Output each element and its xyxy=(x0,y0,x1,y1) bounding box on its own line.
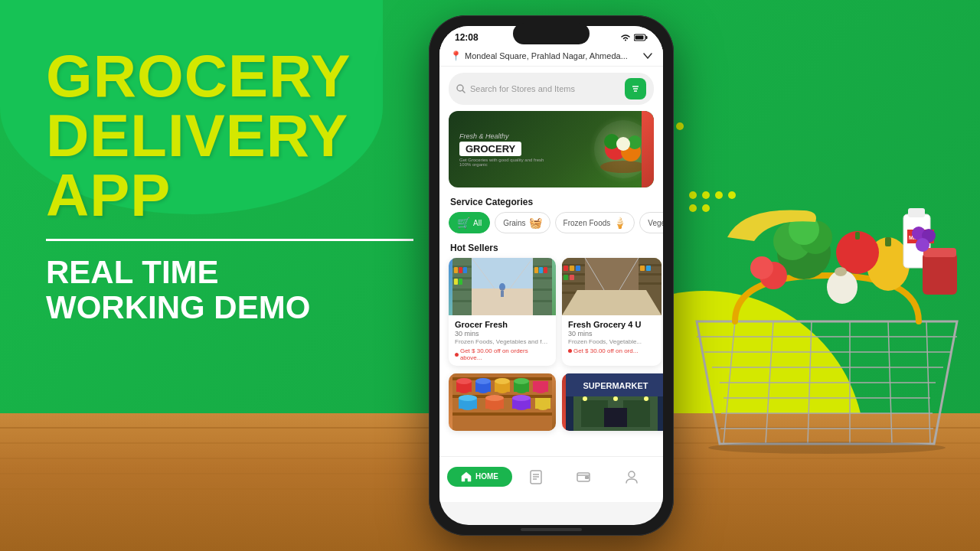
category-frozen-label: Frozen Foods xyxy=(564,219,611,227)
svg-rect-130 xyxy=(604,408,627,427)
svg-rect-88 xyxy=(639,273,662,276)
location-address: Mondeal Square, Prahlad Nagar, Ahmeda... xyxy=(465,51,628,60)
wallet-icon xyxy=(576,469,591,484)
partial-next-banner xyxy=(642,111,654,187)
banner-grocery-label: GROCERY xyxy=(459,142,521,156)
category-veg-label: Vegetab... xyxy=(648,219,663,227)
svg-text:SUPERMARKET: SUPERMARKET xyxy=(583,381,648,390)
home-icon xyxy=(461,471,472,482)
svg-rect-139 xyxy=(585,476,589,479)
category-vegetables[interactable]: Vegetab... xyxy=(639,212,663,233)
frozen-icon: 🍦 xyxy=(613,217,626,229)
store-info-2: Fresh Grocery 4 U 30 mins Frozen Foods, … xyxy=(562,315,662,359)
nav-profile[interactable] xyxy=(608,469,655,484)
status-icons xyxy=(620,34,648,41)
svg-rect-67 xyxy=(533,300,552,302)
store-card-3[interactable] xyxy=(449,373,556,431)
category-grains-label: Grains xyxy=(503,219,525,227)
grocery-store-image xyxy=(449,258,556,315)
svg-rect-68 xyxy=(534,267,538,273)
category-frozen[interactable]: Frozen Foods 🍦 xyxy=(555,212,635,233)
svg-point-107 xyxy=(495,378,510,384)
svg-point-50 xyxy=(616,137,630,151)
category-grains[interactable]: Grains 🧺 xyxy=(495,212,550,233)
phone-frame: 12:08 xyxy=(429,15,674,536)
svg-point-101 xyxy=(456,378,472,384)
svg-rect-56 xyxy=(452,289,472,291)
store-card-4[interactable]: SUPERMARKET xyxy=(562,373,663,431)
location-pin-icon: 📍 xyxy=(450,51,462,61)
svg-rect-61 xyxy=(454,279,458,285)
svg-rect-90 xyxy=(640,266,645,271)
svg-point-133 xyxy=(644,396,648,401)
svg-point-34 xyxy=(916,238,929,252)
bottom-nav: HOME xyxy=(439,456,663,502)
svg-rect-112 xyxy=(533,381,548,392)
svg-rect-29 xyxy=(923,248,956,257)
divider xyxy=(46,239,413,241)
svg-rect-82 xyxy=(570,266,574,271)
store-name-1: Grocer Fresh xyxy=(455,320,550,329)
svg-rect-60 xyxy=(463,267,467,273)
svg-rect-79 xyxy=(562,282,585,285)
svg-marker-92 xyxy=(562,290,662,315)
svg-rect-57 xyxy=(452,300,472,302)
left-section: GROCERY DELIVERY APP REAL TIME WORKING D… xyxy=(46,46,413,325)
grains-icon: 🧺 xyxy=(529,217,542,229)
svg-point-141 xyxy=(629,471,635,478)
store-img-3 xyxy=(449,373,556,431)
wifi-icon xyxy=(620,34,631,41)
categories-row: 🛒 All Grains 🧺 Frozen Foods 🍦 Vegetab... xyxy=(439,212,663,240)
store-offer-2: Get $ 30.00 off on ord... xyxy=(568,347,655,354)
svg-rect-37 xyxy=(635,36,644,40)
location-bar[interactable]: 📍 Mondeal Square, Prahlad Nagar, Ahmeda.… xyxy=(439,46,663,67)
promo-banner[interactable]: Fresh & Healthy GROCERY Get Groceries wi… xyxy=(449,111,654,187)
svg-rect-123 xyxy=(535,398,550,409)
svg-point-44 xyxy=(600,161,646,173)
svg-rect-21 xyxy=(855,232,860,240)
phone-mockup: 12:08 xyxy=(429,15,674,536)
svg-rect-128 xyxy=(581,400,608,427)
store-time-2: 30 mins xyxy=(568,330,655,337)
search-icon xyxy=(456,84,466,93)
svg-rect-25 xyxy=(908,208,925,217)
svg-point-118 xyxy=(485,395,504,401)
svg-rect-66 xyxy=(533,289,552,291)
store-card-2[interactable]: Fresh Grocery 4 U 30 mins Frozen Foods, … xyxy=(562,258,662,366)
profile-icon xyxy=(624,469,639,484)
all-icon: 🛒 xyxy=(457,217,470,229)
offer-dot-1 xyxy=(455,353,459,357)
svg-point-115 xyxy=(459,395,477,401)
service-categories-title: Service Categories xyxy=(439,194,663,212)
svg-line-39 xyxy=(462,90,465,93)
filter-button[interactable] xyxy=(625,78,646,99)
svg-point-23 xyxy=(835,267,847,276)
home-label: HOME xyxy=(475,472,498,481)
category-all[interactable]: 🛒 All xyxy=(449,212,490,233)
svg-rect-74 xyxy=(501,291,504,297)
svg-point-110 xyxy=(514,378,529,384)
svg-rect-91 xyxy=(646,266,651,271)
svg-point-121 xyxy=(512,395,531,401)
nav-wallet[interactable] xyxy=(560,469,607,484)
svg-rect-36 xyxy=(646,36,648,39)
banner-fresh-text: Fresh & Healthy xyxy=(459,132,551,140)
nav-home[interactable]: HOME xyxy=(447,467,512,487)
sub-title: REAL TIME WORKING DEMO xyxy=(46,255,413,325)
banner-sub-text: Get Groceries with good quality and fres… xyxy=(459,158,551,167)
chevron-down-icon xyxy=(643,53,652,59)
svg-rect-62 xyxy=(459,279,462,285)
svg-point-132 xyxy=(613,396,618,401)
svg-point-31 xyxy=(750,256,773,279)
svg-point-73 xyxy=(499,283,505,291)
home-button[interactable]: HOME xyxy=(447,467,512,487)
search-bar[interactable]: Search for Stores and Items xyxy=(449,73,654,105)
store-card-1[interactable]: Grocer Fresh 30 mins Frozen Foods, Veget… xyxy=(449,258,556,366)
grocery-store-image-2 xyxy=(562,258,662,315)
svg-rect-58 xyxy=(454,267,458,273)
search-placeholder: Search for Stores and Items xyxy=(470,84,620,93)
banner-text: Fresh & Healthy GROCERY Get Groceries wi… xyxy=(449,125,562,174)
nav-orders[interactable] xyxy=(512,469,560,484)
filter-icon xyxy=(631,84,640,93)
hot-sellers-row: Grocer Fresh 30 mins Frozen Foods, Veget… xyxy=(439,258,663,372)
